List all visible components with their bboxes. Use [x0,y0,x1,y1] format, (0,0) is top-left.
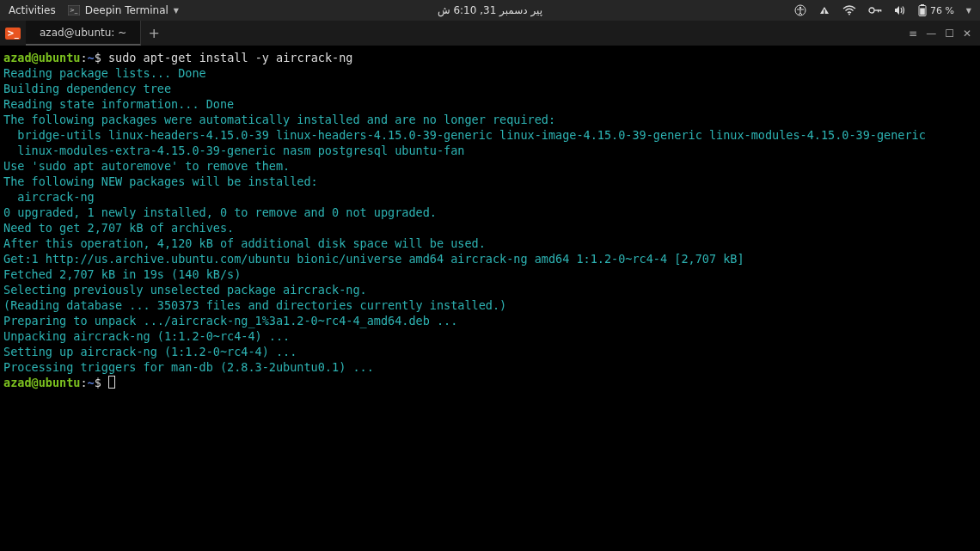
tab-terminal[interactable]: azad@ubuntu: ~ [26,21,141,46]
terminal-output[interactable]: azad@ubuntu:~$ sudo apt-get install -y a… [0,46,980,394]
chevron-down-icon: ▼ [174,7,179,15]
new-tab-button[interactable]: + [141,21,167,46]
wifi-icon[interactable] [842,5,856,15]
app-menu[interactable]: >_ Deepin Terminal ▼ [68,4,179,16]
topbar-right: 76 % ▼ [794,4,971,16]
svg-text:>_: >_ [70,7,78,14]
accessibility-icon[interactable] [794,4,806,16]
svg-point-6 [869,8,874,13]
menu-icon[interactable]: ≡ [909,28,917,40]
terminal-icon: >_ [68,5,80,15]
clock-text: پیر دسمبر 31, 6:10 ش [438,4,542,16]
svg-point-5 [848,14,850,15]
volume-icon[interactable] [894,5,906,15]
battery-text: 76 % [930,5,954,16]
vpn-icon[interactable] [868,6,882,15]
window-controls: ≡ — ☐ ✕ [909,21,980,46]
close-button[interactable]: ✕ [963,28,971,40]
minimize-button[interactable]: — [926,28,936,40]
battery-icon[interactable]: 76 % [918,4,954,16]
svg-rect-4 [824,9,824,14]
media-icon[interactable] [818,5,830,15]
app-icon: >_ [0,21,26,46]
svg-rect-9 [880,9,881,11]
tab-title: azad@ubuntu: ~ [40,27,126,39]
svg-rect-12 [920,9,925,15]
svg-point-3 [799,7,801,9]
tab-bar: >_ azad@ubuntu: ~ + ≡ — ☐ ✕ [0,21,980,46]
terminal-app-icon: >_ [5,28,21,40]
svg-rect-8 [878,9,879,12]
app-name: Deepin Terminal [85,4,168,16]
system-menu-caret-icon[interactable]: ▼ [966,7,971,15]
clock[interactable]: پیر دسمبر 31, 6:10 ش [438,4,542,16]
maximize-button[interactable]: ☐ [945,28,954,40]
gnome-topbar: Activities >_ Deepin Terminal ▼ پیر دسمب… [0,0,980,21]
topbar-left: Activities >_ Deepin Terminal ▼ [9,4,179,16]
activities-button[interactable]: Activities [9,4,56,16]
